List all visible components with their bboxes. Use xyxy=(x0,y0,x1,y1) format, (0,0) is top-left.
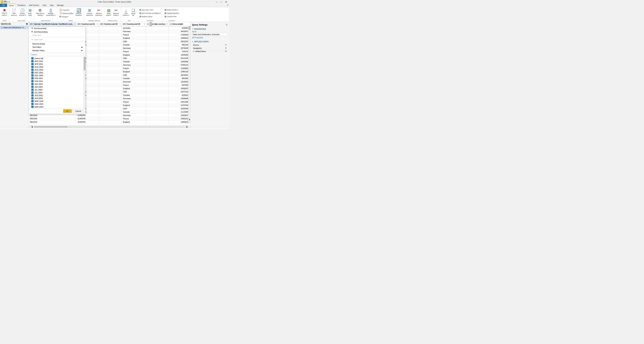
checklist-scroll-thumb[interactable] xyxy=(84,57,85,70)
check-jun-2004[interactable]: ✓ JUN 2004 xyxy=(29,97,83,100)
col-header-country-01[interactable]: ABC Country.Level 01 ▾ xyxy=(76,22,99,26)
checkbox-jun-2003[interactable]: ✓ xyxy=(31,94,34,97)
checkbox-mar-2003[interactable]: ✓ xyxy=(31,103,34,105)
checkbox-dec-2003[interactable]: ✓ xyxy=(31,72,34,74)
check-aug-2004[interactable]: ✓ AUG 2004 xyxy=(29,68,83,71)
undo-icon[interactable]: ↩ xyxy=(7,1,8,3)
checkbox-feb-2003[interactable]: ✓ xyxy=(31,77,34,79)
check-mar-2004[interactable]: ✓ MAR 2004 xyxy=(29,105,83,108)
col-dropdown-arrow-cal-year[interactable]: ▾ xyxy=(74,23,75,25)
check-dec-2003[interactable]: ✓ DEC 2003 xyxy=(29,71,83,74)
check-jul-2004[interactable]: ✓ JUL 2004 xyxy=(29,91,83,94)
merge-queries-button[interactable]: ⊠ Merge Queries ▾ xyxy=(164,8,180,12)
checkbox-dec-2004[interactable]: ✓ xyxy=(31,74,34,77)
check-select-all[interactable]: ✓ (Select All) xyxy=(29,57,83,60)
col-header-gross-weight[interactable]: 1.2 Gross weight xyxy=(168,22,190,26)
checkbox-jul-2004[interactable]: ✓ xyxy=(31,92,34,94)
remove-columns-button[interactable]: ✂ RemoveColumns ▾ xyxy=(94,8,103,18)
col-header-cost-stats[interactable]: 1.2 Cost stats currency ▾ xyxy=(146,22,168,26)
check-aug-2003[interactable]: ✓ AUG 2003 xyxy=(29,66,83,68)
tab-transform[interactable]: Transform xyxy=(16,4,27,7)
save-icon[interactable]: 💾 xyxy=(4,1,6,3)
check-feb-2004[interactable]: ✓ FEB 2004 xyxy=(29,80,83,83)
tab-manage[interactable]: Manage xyxy=(55,4,66,7)
check-mar-2003[interactable]: ✓ MAR 2003 xyxy=(29,103,83,105)
check-dec-2004[interactable]: ✓ DEC 2004 xyxy=(29,74,83,77)
step-added-items-x-icon[interactable]: ✕ xyxy=(193,50,194,52)
checkbox-apr-2003[interactable]: ✓ xyxy=(31,60,34,62)
check-apr-2004[interactable]: ✓ APR 2004 xyxy=(29,63,83,66)
checklist-scrollbar[interactable] xyxy=(83,57,85,108)
sort-descending-item[interactable]: ⬇ Sort Descending xyxy=(29,30,85,34)
step-added-items-gear-icon[interactable]: ⚙ xyxy=(225,50,227,52)
remove-rows-button[interactable]: ✂ RemoveRows ▾ xyxy=(112,8,120,18)
checkbox-mar-1030[interactable]: ✓ xyxy=(31,100,34,102)
split-column-button[interactable]: ⍊ SplitColumn ▾ xyxy=(122,8,130,18)
checkbox-select-all[interactable]: ✓ xyxy=(31,57,34,59)
member-filters-item[interactable]: Member Filters ▶ xyxy=(29,49,85,52)
close-button[interactable]: ✕ xyxy=(224,0,228,4)
checkbox-jul-2003[interactable]: ✓ xyxy=(31,89,34,91)
col-dropdown-arrow-country02[interactable]: ▾ xyxy=(120,23,120,25)
minimize-button[interactable]: — xyxy=(214,0,219,4)
append-queries-button[interactable]: ⊠ Append Queries ▾ xyxy=(164,12,180,15)
query-name-input[interactable] xyxy=(192,33,228,36)
sort-ascending-item[interactable]: ⬆ Sort Ascending xyxy=(29,27,85,30)
col-dropdown-arrow-country03[interactable]: ▾ xyxy=(144,23,145,25)
data-source-settings-button[interactable]: ⚙ Data sourcesettings xyxy=(35,8,45,18)
query-settings-close-button[interactable]: ✕ xyxy=(226,23,228,26)
check-mar-1030[interactable]: ✓ MAR 1030 xyxy=(29,100,83,103)
checkbox-jan-2003[interactable]: ✓ xyxy=(31,83,34,85)
choose-columns-button[interactable]: ⊞ ChooseColumns ▾ xyxy=(85,8,94,18)
cancel-button[interactable]: Cancel xyxy=(72,109,84,113)
nav-left-button[interactable]: ◀ xyxy=(31,126,33,128)
check-jan-2004[interactable]: ✓ JAN 2004 xyxy=(29,85,83,88)
close-apply-button[interactable]: ✖ Close &Apply ▾ xyxy=(1,8,8,18)
checkbox-jun-2004[interactable]: ✓ xyxy=(31,97,34,99)
step-source[interactable]: Source ⚙ xyxy=(192,43,228,47)
tab-help[interactable]: Help xyxy=(48,4,55,7)
ok-button[interactable]: OK xyxy=(63,109,72,113)
use-first-row-button[interactable]: ⊠ Use First Row as Headers ▾ xyxy=(138,12,162,15)
dropdown-icon[interactable]: ▾ xyxy=(9,1,10,3)
checkbox-jan-2004[interactable]: ✓ xyxy=(31,86,34,88)
data-type-button[interactable]: ⊠ Data Type: Text ▾ xyxy=(138,8,162,12)
all-properties-link[interactable]: All Properties xyxy=(192,37,228,39)
manage-parameters-button[interactable]: {} ManageParameters ▾ xyxy=(46,8,56,18)
col-dropdown-arrow-country01[interactable]: ▾ xyxy=(97,23,98,25)
checkbox-aug-2003[interactable]: ✓ xyxy=(31,66,34,68)
checkbox-apr-2004[interactable]: ✓ xyxy=(31,63,34,65)
checkbox-aug-2004[interactable]: ✓ xyxy=(31,69,34,71)
filter-search-input[interactable] xyxy=(30,53,84,56)
tab-home[interactable]: Home xyxy=(7,4,16,7)
maximize-button[interactable]: □ xyxy=(219,0,224,4)
sidebar-item-sales[interactable]: ⊞ Sales and Distribution: O... xyxy=(0,26,28,29)
col-dropdown-arrow-cost-stats[interactable]: ▾ xyxy=(167,23,167,25)
manage-button[interactable]: ⚙ Manage ▾ xyxy=(58,15,74,18)
new-source-button[interactable]: 📄 NewSource ▾ xyxy=(10,8,18,18)
replace-values-button[interactable]: ⊠ Replace Values xyxy=(138,15,162,18)
check-apr-2003[interactable]: ✓ APR 2003 xyxy=(29,60,83,63)
step-added-items[interactable]: ✕ Added Items ⚙ xyxy=(192,50,228,53)
col-header-country-02[interactable]: ABC Country.Level 02 ▾ xyxy=(99,22,122,26)
remove-empty-item[interactable]: Remove Empty xyxy=(29,42,85,46)
col-header-country-03[interactable]: ABC Country.Level 03 ▾ xyxy=(122,22,146,26)
h-scroll-track[interactable] xyxy=(34,126,185,128)
tab-file[interactable]: File xyxy=(0,4,7,7)
help-icon[interactable]: ? xyxy=(227,4,228,7)
recent-sources-button[interactable]: 🕐 RecentSources ▾ xyxy=(18,8,27,18)
check-jul-2003[interactable]: ✓ JUL 2003 xyxy=(29,88,83,91)
step-source-gear-icon[interactable]: ⚙ xyxy=(225,44,227,46)
tab-view[interactable]: View xyxy=(41,4,48,7)
check-feb-2003[interactable]: ✓ FEB 2003 xyxy=(29,77,83,80)
vertical-scrollbar[interactable] xyxy=(150,22,152,26)
step-navigation[interactable]: Navigation ⚙ xyxy=(192,47,228,50)
scroll-thumb[interactable] xyxy=(150,22,152,26)
col-header-cal-year[interactable]: ABC Calendar Year/Month.Calendar Year/Mo… xyxy=(28,22,76,26)
refresh-preview-button[interactable]: 🔄 RefreshPreview ▾ xyxy=(75,8,83,18)
keep-rows-button[interactable]: ▤ KeepRows ▾ xyxy=(105,8,112,18)
properties-button[interactable]: 📋 Properties xyxy=(58,9,74,12)
step-navigation-gear-icon[interactable]: ⚙ xyxy=(225,47,227,49)
nav-right-button[interactable]: ▶ xyxy=(186,126,188,128)
check-jun-2003[interactable]: ✓ JUN 2003 xyxy=(29,94,83,97)
